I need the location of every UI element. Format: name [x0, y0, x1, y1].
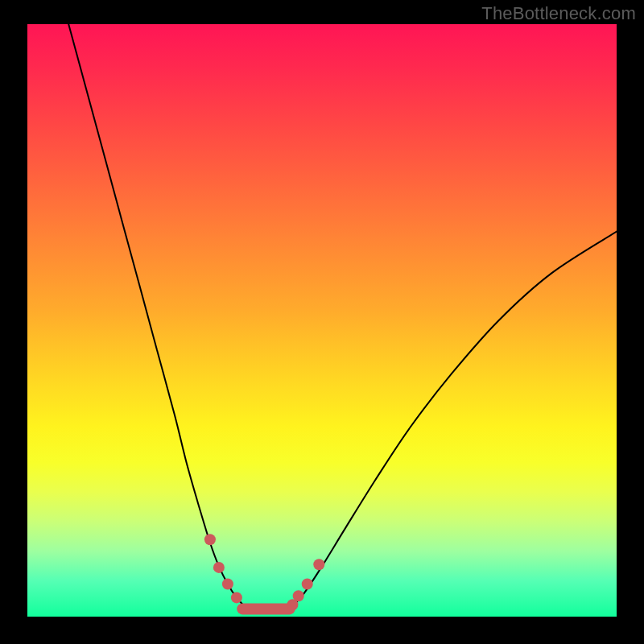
right-curve	[246, 232, 617, 610]
curve-marker	[293, 590, 304, 601]
plot-area	[27, 24, 617, 617]
curve-marker	[204, 534, 216, 545]
curve-layer	[27, 24, 617, 617]
left-curve	[68, 24, 292, 610]
watermark-label: TheBottleneck.com	[481, 3, 636, 23]
chart-frame: TheBottleneck.com	[0, 0, 644, 644]
curve-marker	[313, 559, 324, 570]
curve-marker	[302, 579, 313, 590]
curve-marker	[213, 562, 225, 573]
curve-marker	[222, 579, 233, 590]
curve-marker	[231, 592, 242, 603]
watermark-text: TheBottleneck.com	[481, 3, 636, 24]
